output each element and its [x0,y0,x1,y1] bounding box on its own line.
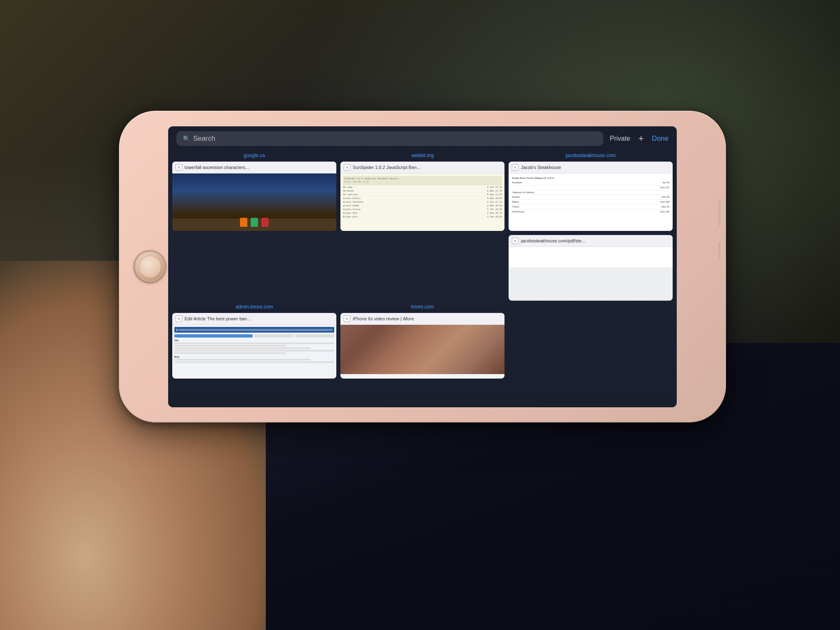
tab-domain-5[interactable]: imore.com [340,302,504,311]
sub-tab-card-3[interactable]: × jacobssteakhouse.com/pdf/ste... [509,235,673,301]
menu-item-6: T-Bone32oz 65 [512,205,669,210]
power-button[interactable] [719,201,722,226]
bench-row-3: 3d-raytrace8.4ms ±1.2% [343,193,502,196]
tab-domain-3[interactable]: jacobssteakhouse.com [509,151,673,160]
screen-content: 🔍 Search Private + Done google.ca [168,126,677,407]
article-header-bar [174,327,334,333]
article-toolbar [174,334,334,338]
bench-row-1: 3d-cube5.7ms ±1.3% [343,185,502,189]
tab-title-5: iPhone 6s video review | iMore [353,316,501,321]
sub-tab-header-3: × jacobssteakhouse.com/pdf/ste... [509,235,673,247]
tab-header-4: × Edit Article The best power ban... [172,313,336,325]
menu-item-5: Ribeye14oz 108 [512,200,669,205]
character-2 [251,218,258,227]
tab-card-4[interactable]: × Edit Article The best power ban... [172,313,336,379]
tab-close-2[interactable]: × [344,164,350,171]
tabs-row-1: google.ca × towerfall ascension characte… [172,151,673,301]
bench-row-9: bitops-bits2.2ms ±0.6% [343,215,502,219]
toolbar-btn-1 [174,334,253,338]
tab-close-3[interactable]: × [512,164,518,171]
tab-header-2: × SunSpider 1.0.2 JavaScript Ben... [340,162,504,173]
toolbar-btn-3 [295,334,335,338]
tab-thumbnail-4: Title Body [172,325,336,374]
phone-screen: 🔍 Search Private + Done google.ca [168,126,677,407]
tab-thumbnail-2: SunSpider 1.0.2 JavaScript Benchmark Res… [340,173,504,231]
article-line-3 [174,347,310,349]
tab-title-2: SunSpider 1.0.2 JavaScript Ben... [353,165,501,170]
article-name-label: Title [174,339,334,342]
bench-title-text: SunSpider 1.0.2 JavaScript Benchmark Res… [344,177,501,180]
add-tab-button[interactable]: + [639,134,644,143]
done-button[interactable]: Done [652,135,669,143]
article-line-5 [174,352,286,354]
bench-row-2: 3d-morph5.0ms ±1.3% [343,189,502,193]
game-characters [240,218,269,227]
sub-tab-thumb [509,247,673,267]
toolbar-actions: Private + Done [610,134,669,143]
tab-header-3: × Jacob's Steakhouse [509,162,673,173]
bench-row-5: access-fannkuch4.2ms ±1.1% [343,200,502,204]
tab-col-4: admin.imore.com × Edit Article The best … [172,302,336,379]
tab-col-2: webkit.org × SunSpider 1.0.2 JavaScript … [340,151,504,301]
tab-close-1[interactable]: × [176,164,182,171]
bench-row-7: access-nsieve3.7ms ±0.8% [343,208,502,211]
close-icon-5: × [346,317,348,321]
private-button[interactable]: Private [610,135,630,142]
menu-item-7: Porterhouse42oz 165 [512,210,669,214]
menu-items: Tenderloin8oz 59 14oz 112 California Cut… [512,180,669,214]
sub-tab-close-3[interactable]: × [512,237,518,244]
search-input-text[interactable]: Search [193,135,215,143]
bench-table: 3d-cube5.7ms ±1.3% 3d-morph5.0ms ±1.3% 3… [343,185,502,219]
video-texture [340,325,504,374]
tab-thumbnail-3: Snake River Farms Wagyu (A, U.S.A. Tende… [509,173,673,231]
tab-card-2[interactable]: × SunSpider 1.0.2 JavaScript Ben... SunS… [340,162,504,231]
tab-close-4[interactable]: × [176,315,182,322]
article-line-7 [174,361,334,363]
tab-header-1: × towerfall ascension characters... [172,162,336,173]
menu-item-4: Striploin14oz 95 [512,195,669,200]
header-url-bar [179,329,333,331]
character-3 [261,218,269,227]
tab-card-5[interactable]: × iPhone 6s video review | iMore [340,313,504,379]
close-icon-sub-3: × [514,239,516,243]
character-1 [240,218,247,227]
tab-card-1[interactable]: × towerfall ascension characters... [172,162,336,231]
menu-item-1: Tenderloin8oz 59 [512,180,669,185]
bench-subtitle: Total: 196.3ms ±1.3% [344,180,501,183]
tab-thumbnail-5 [340,325,504,374]
article-line-1 [174,342,334,344]
tab-close-5[interactable]: × [344,315,350,322]
bench-row-6: access-nbody3.6ms ±0.9% [343,204,502,208]
sub-tab-title-3: jacobssteakhouse.com/pdf/ste... [521,238,669,243]
bench-row-8: bitops-3bit2.4ms ±0.7% [343,211,502,215]
close-icon-4: × [178,317,180,321]
tab-title-1: towerfall ascension characters... [185,165,333,170]
phone-body: 🔍 Search Private + Done google.ca [119,111,726,422]
tab-col-3: jacobssteakhouse.com × Jacob's Steakhous… [509,151,673,301]
toolbar-btn-2 [254,334,294,338]
search-icon: 🔍 [183,135,190,142]
article-body-label: Body [174,356,334,358]
bench-header: SunSpider 1.0.2 JavaScript Benchmark Res… [343,176,502,185]
tab-col-1: google.ca × towerfall ascension characte… [172,151,336,301]
menu-item-2: 14oz 112 [512,185,669,190]
home-button-inner [139,256,161,278]
tab-header-5: × iPhone 6s video review | iMore [340,313,504,325]
tab-domain-1[interactable]: google.ca [172,151,336,160]
menu-section-title: Snake River Farms Wagyu (A, U.S.A. [512,177,669,179]
home-button[interactable] [135,251,165,282]
tab-col-6-empty [509,302,673,379]
tab-domain-4[interactable]: admin.imore.com [172,302,336,311]
close-icon-2: × [346,165,348,170]
tab-title-3: Jacob's Steakhouse [521,165,669,170]
tab-title-4: Edit Article The best power ban... [185,316,333,321]
tab-domain-2[interactable]: webkit.org [340,151,504,160]
article-line-4 [174,350,334,352]
tab-card-3[interactable]: × Jacob's Steakhouse Snake River Farms W… [509,162,673,231]
close-icon-3: × [514,165,516,170]
bench-row-4: access-binary5.0ms ±0.8% [343,196,502,200]
article-line-2 [174,345,286,347]
browser-toolbar: 🔍 Search Private + Done [168,126,677,151]
search-bar[interactable]: 🔍 Search [176,131,603,146]
tab-col-5: imore.com × iPhone 6s video review | iMo… [340,302,504,379]
